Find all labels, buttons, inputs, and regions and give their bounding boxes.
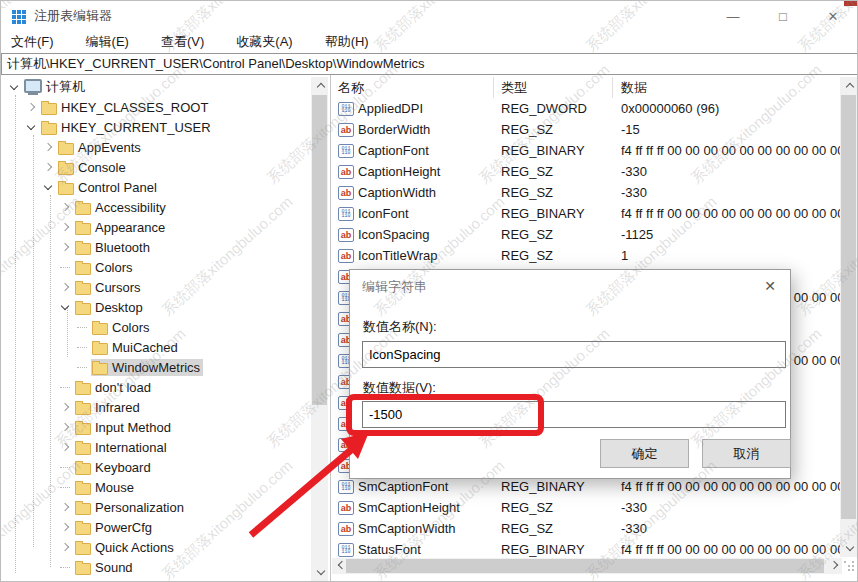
scrollbar-thumb[interactable] bbox=[841, 95, 856, 519]
menu-item-f[interactable]: 文件(F) bbox=[1, 33, 64, 51]
tree-item-label: Colors bbox=[95, 260, 133, 275]
tree-item-colors[interactable]: Colors bbox=[1, 317, 310, 337]
tree-item-control-panel[interactable]: Control Panel bbox=[1, 177, 310, 197]
column-header-data[interactable]: 数据 bbox=[613, 77, 842, 98]
chevron-right-icon[interactable] bbox=[60, 424, 74, 430]
value-row-applieddpi[interactable]: 011 110AppliedDPIREG_DWORD0x00000060 (96… bbox=[332, 98, 844, 119]
minimize-button[interactable]: — bbox=[719, 9, 747, 24]
scroll-right-icon[interactable] bbox=[826, 558, 842, 574]
tree-item-label: MuiCached bbox=[112, 340, 178, 355]
value-row-statusfont[interactable]: 011 110StatusFontREG_BINARYf4 ff ff ff 0… bbox=[332, 539, 844, 560]
chevron-right-icon[interactable] bbox=[60, 444, 74, 450]
tree-item-label: don't load bbox=[95, 380, 151, 395]
tree-item-cursors[interactable]: Cursors bbox=[1, 277, 310, 297]
value-row-icontitlewrap[interactable]: abIconTitleWrapREG_SZ1 bbox=[332, 245, 844, 266]
tree-item-label: Console bbox=[78, 160, 126, 175]
tree-item-hkey-classes-root[interactable]: HKEY_CLASSES_ROOT bbox=[1, 97, 310, 117]
tree-item-personalization[interactable]: Personalization bbox=[1, 497, 310, 517]
list-vertical-scrollbar[interactable] bbox=[840, 77, 857, 557]
folder-icon bbox=[75, 243, 91, 255]
list-horizontal-scrollbar[interactable] bbox=[332, 558, 842, 574]
tree-item-international[interactable]: International bbox=[1, 437, 310, 457]
chevron-right-icon[interactable] bbox=[60, 404, 74, 410]
tree-item-accessibility[interactable]: Accessibility bbox=[1, 197, 310, 217]
chevron-right-icon[interactable] bbox=[26, 104, 40, 110]
tree-item-hkey-current-user[interactable]: HKEY_CURRENT_USER bbox=[1, 117, 310, 137]
maximize-button[interactable]: □ bbox=[769, 9, 797, 24]
value-row-iconfont[interactable]: 011 110IconFontREG_BINARYf4 ff ff ff 00 … bbox=[332, 203, 844, 224]
menu-item-h[interactable]: 帮助(H) bbox=[315, 33, 379, 51]
cancel-button[interactable]: 取消 bbox=[702, 439, 791, 468]
folder-icon bbox=[75, 383, 91, 395]
tree-item-powercfg[interactable]: PowerCfg bbox=[1, 517, 310, 537]
menu-item-e[interactable]: 编辑(E) bbox=[76, 33, 139, 51]
column-header-type[interactable]: 类型 bbox=[494, 77, 613, 98]
dialog-close-icon[interactable]: ✕ bbox=[764, 278, 776, 294]
tree-item[interactable] bbox=[1, 577, 310, 581]
tree-item-colors[interactable]: Colors bbox=[1, 257, 310, 277]
chevron-down-icon[interactable] bbox=[43, 186, 57, 189]
tree-item-label: Personalization bbox=[95, 500, 184, 515]
scrollbar-thumb[interactable] bbox=[312, 95, 327, 405]
resize-grip[interactable] bbox=[843, 560, 855, 572]
column-header-name[interactable]: 名称 bbox=[332, 77, 494, 98]
address-bar[interactable]: 计算机\HKEY_CURRENT_USER\Control Panel\Desk… bbox=[1, 53, 858, 75]
value-type: REG_SZ bbox=[494, 500, 613, 515]
chevron-right-icon[interactable] bbox=[43, 144, 57, 150]
chevron-right-icon[interactable] bbox=[60, 204, 74, 210]
tree-item-quick-actions[interactable]: Quick Actions bbox=[1, 537, 310, 557]
value-row-borderwidth[interactable]: abBorderWidthREG_SZ-15 bbox=[332, 119, 844, 140]
string-value-icon: ab bbox=[338, 501, 354, 515]
value-row-smcaptionwidth[interactable]: abSmCaptionWidthREG_SZ-330 bbox=[332, 518, 844, 539]
scroll-down-icon[interactable] bbox=[311, 564, 328, 581]
tree-connector bbox=[60, 267, 74, 268]
value-row-smcaptionheight[interactable]: abSmCaptionHeightREG_SZ-330 bbox=[332, 497, 844, 518]
chevron-down-icon[interactable] bbox=[26, 126, 40, 129]
chevron-right-icon[interactable] bbox=[60, 224, 74, 230]
tree-item-mouse[interactable]: Mouse bbox=[1, 477, 310, 497]
tree-item-don-t-load[interactable]: don't load bbox=[1, 377, 310, 397]
close-button[interactable]: ✕ bbox=[819, 9, 847, 24]
folder-icon bbox=[75, 543, 91, 555]
tree-item-muicached[interactable]: MuiCached bbox=[1, 337, 310, 357]
folder-icon bbox=[41, 123, 57, 135]
tree-item-keyboard[interactable]: Keyboard bbox=[1, 457, 310, 477]
tree-vertical-scrollbar[interactable] bbox=[311, 77, 328, 581]
chevron-right-icon[interactable] bbox=[60, 284, 74, 290]
menu-item-v[interactable]: 查看(V) bbox=[151, 33, 214, 51]
scrollbar-thumb[interactable] bbox=[346, 559, 824, 573]
chevron-right-icon[interactable] bbox=[60, 504, 74, 510]
value-data-input[interactable] bbox=[362, 401, 786, 428]
tree-item-windowmetrics[interactable]: WindowMetrics bbox=[1, 357, 310, 377]
chevron-right-icon[interactable] bbox=[60, 244, 74, 250]
tree-item-infrared[interactable]: Infrared bbox=[1, 397, 310, 417]
value-row-iconspacing[interactable]: abIconSpacingREG_SZ-1125 bbox=[332, 224, 844, 245]
tree-item-bluetooth[interactable]: Bluetooth bbox=[1, 237, 310, 257]
value-name-input[interactable] bbox=[362, 341, 786, 368]
value-row-captionwidth[interactable]: abCaptionWidthREG_SZ-330 bbox=[332, 182, 844, 203]
tree-item-console[interactable]: Console bbox=[1, 157, 310, 177]
chevron-right-icon[interactable] bbox=[60, 524, 74, 530]
chevron-right-icon[interactable] bbox=[60, 544, 74, 550]
tree-item-sound[interactable]: Sound bbox=[1, 557, 310, 577]
tree-item-input-method[interactable]: Input Method bbox=[1, 417, 310, 437]
scroll-up-icon[interactable] bbox=[840, 77, 857, 94]
value-row-captionfont[interactable]: 011 110CaptionFontREG_BINARYf4 ff ff ff … bbox=[332, 140, 844, 161]
tree-item-label: Input Method bbox=[95, 420, 171, 435]
value-row-smcaptionfont[interactable]: 011 110SmCaptionFontREG_BINARYf4 ff ff f… bbox=[332, 476, 844, 497]
tree-item-desktop[interactable]: Desktop bbox=[1, 297, 310, 317]
scroll-up-icon[interactable] bbox=[311, 77, 328, 94]
value-row-captionheight[interactable]: abCaptionHeightREG_SZ-330 bbox=[332, 161, 844, 182]
chevron-down-icon[interactable] bbox=[9, 86, 23, 89]
tree-item-appearance[interactable]: Appearance bbox=[1, 217, 310, 237]
menu-item-a[interactable]: 收藏夹(A) bbox=[226, 33, 302, 51]
ok-button[interactable]: 确定 bbox=[600, 439, 689, 468]
chevron-right-icon[interactable] bbox=[43, 164, 57, 170]
tree-connector bbox=[60, 567, 74, 568]
tree-item-appevents[interactable]: AppEvents bbox=[1, 137, 310, 157]
tree-pane: 计算机HKEY_CLASSES_ROOTHKEY_CURRENT_USERApp… bbox=[1, 75, 331, 581]
chevron-down-icon[interactable] bbox=[60, 306, 74, 309]
tree-item--[interactable]: 计算机 bbox=[1, 77, 310, 97]
tree-item-label: Mouse bbox=[95, 480, 134, 495]
scroll-down-icon[interactable] bbox=[840, 540, 857, 557]
